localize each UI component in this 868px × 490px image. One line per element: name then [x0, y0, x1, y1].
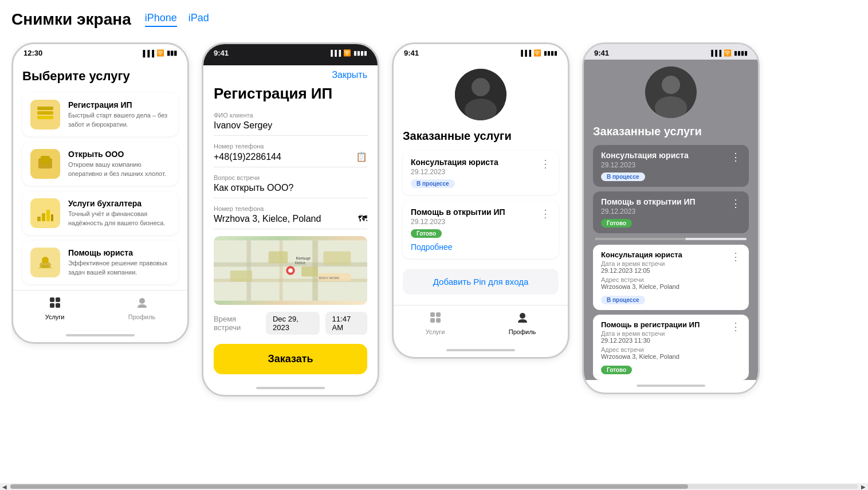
detail-status-badge-4-2: Готово [601, 366, 632, 374]
svg-rect-8 [51, 214, 53, 221]
svg-rect-6 [42, 213, 45, 221]
profile-nav-icon-3 [516, 311, 529, 327]
field-value-4[interactable]: Wrzhova 3, Kielce, Poland 🗺 [214, 214, 367, 229]
battery-icon-4: ▮▮▮▮ [734, 50, 748, 56]
svg-rect-22 [230, 271, 252, 281]
detail-address-label-4-1: Адрес встречи [601, 276, 682, 283]
service-item-3[interactable]: Услуги бухгалтера Точный учёт и финансов… [22, 191, 178, 235]
service-item-1[interactable]: Регистрация ИП Быстрый старт вашего дела… [22, 93, 178, 136]
status-bar-1: 12:30 ▐▐▐ 🛜 ▮▮▮ [13, 44, 187, 60]
svg-text:Kielce: Kielce [295, 261, 305, 265]
more-btn-4-1[interactable]: ⋮ [730, 151, 741, 181]
status-time-1: 12:30 [23, 49, 42, 57]
home-indicator-1 [66, 334, 135, 336]
svg-point-41 [662, 76, 680, 94]
scrollbar-thumb-4 [595, 238, 686, 240]
phone2-content: Закрыть Регистрация ИП ФИО клиента Ivano… [203, 65, 378, 383]
service-item-4[interactable]: Помощь юриста Эффективное решение правов… [22, 241, 178, 284]
more-btn-4-2[interactable]: ⋮ [730, 197, 741, 228]
svg-rect-7 [46, 210, 50, 221]
status-time-3: 9:41 [404, 49, 419, 57]
svg-rect-5 [37, 217, 41, 221]
nav-label-profile-1: Профиль [128, 313, 156, 320]
scroll-left-arrow[interactable]: ◀ [0, 484, 9, 490]
more-btn-3-2[interactable]: ⋮ [540, 207, 551, 220]
order-date-4-2: 29.12.2023 [601, 207, 696, 215]
phone-frame-4: 9:41 ▐▐▐ 🛜 ▮▮▮▮ [582, 42, 760, 394]
home-indicator-4 [637, 385, 705, 387]
field-label-2: Номер телефона [214, 143, 367, 150]
tab-iphone[interactable]: iPhone [145, 12, 177, 27]
phone1-content: Выберите услугу Регистрация ИП Быстрый с… [13, 60, 187, 284]
status-time-4: 9:41 [594, 49, 609, 57]
svg-rect-0 [37, 107, 53, 110]
tab-ipad[interactable]: iPad [188, 12, 209, 27]
nav-profile-1[interactable]: Профиль [128, 296, 156, 320]
order-card-4-1[interactable]: Консультация юриста 29.12.2023 В процесс… [593, 145, 749, 187]
svg-point-39 [520, 313, 525, 319]
meeting-time-label: Время встречи [214, 315, 260, 332]
field-value-2[interactable]: +48(19)2286144 📋 [214, 151, 367, 167]
form-field-4: Номер телефона Wrzhova 3, Kielce, Poland… [214, 205, 367, 229]
meeting-date-badge[interactable]: Dec 29, 2023 [266, 312, 320, 335]
details-link-3[interactable]: Подробнее [411, 238, 551, 252]
nav-services-1[interactable]: Услуги [45, 296, 65, 320]
more-btn-detail-4-1[interactable]: ⋮ [730, 250, 741, 263]
battery-icon-3: ▮▮▮▮ [544, 50, 557, 56]
profile-nav-icon-1 [136, 296, 148, 312]
svg-rect-37 [430, 318, 435, 323]
status-icons-4: ▐▐▐ 🛜 ▮▮▮▮ [709, 49, 748, 57]
service-item-2[interactable]: Открыть ООО Откроем вашу компанию операт… [22, 142, 178, 186]
more-btn-detail-4-2[interactable]: ⋮ [730, 320, 741, 333]
order-card-3-2[interactable]: Помощь в открытии ИП 29.12.2023 Готово ⋮… [403, 201, 559, 258]
svg-rect-35 [430, 312, 435, 317]
service-name-4: Помощь юриста [68, 248, 170, 257]
ordered-services-title-3: Заказанные услуги [394, 130, 568, 143]
page-scrollbar[interactable]: ◀ ▶ [0, 483, 868, 490]
service-name-2: Открыть ООО [68, 150, 170, 159]
service-icon-2 [30, 149, 60, 179]
detail-datetime-label-4-2: Дата и время встречи [601, 330, 700, 337]
svg-rect-20 [280, 240, 283, 300]
form-field-1: ФИО клиента Ivanov Sergey [214, 112, 367, 136]
add-pin-button[interactable]: Добавить Pin для входа [403, 269, 559, 295]
order-button[interactable]: Заказать [214, 344, 367, 374]
bottom-nav-1: Услуги Профиль [13, 290, 187, 331]
signal-icon-3: ▐▐▐ [519, 50, 531, 56]
field-value-1[interactable]: Ivanov Sergey [214, 120, 367, 136]
order-name-4-1: Консультация юриста [601, 151, 689, 160]
signal-icon-2: ▐▐▐ [329, 50, 341, 56]
services-nav-icon-1 [49, 296, 61, 312]
svg-rect-24 [301, 266, 318, 276]
map-icon-4: 🗺 [358, 214, 367, 224]
svg-rect-38 [436, 318, 441, 323]
more-btn-3-1[interactable]: ⋮ [540, 158, 551, 170]
service-icon-1 [30, 100, 60, 130]
phone-frame-1: 12:30 ▐▐▐ 🛜 ▮▮▮ Выберите услугу Регистра… [11, 42, 189, 344]
status-bar-3: 9:41 ▐▐▐ 🛜 ▮▮▮▮ [394, 44, 568, 60]
nav-profile-3[interactable]: Профиль [509, 311, 536, 335]
service-desc-4: Эффективное решение правовых задач вашей… [68, 259, 170, 277]
tab-group: iPhone iPad [145, 12, 209, 27]
svg-point-27 [288, 268, 293, 273]
phone-frame-3: 9:41 ▐▐▐ 🛜 ▮▮▮▮ Заказанные услуги [392, 42, 569, 359]
svg-point-33 [472, 78, 490, 96]
nav-label-services-1: Услуги [45, 313, 65, 320]
status-badge-3-2: Готово [411, 229, 442, 238]
meeting-time-badge[interactable]: 11:47 AM [325, 312, 367, 335]
detail-title-4-2: Помощь в регистрации ИП [601, 320, 700, 329]
svg-rect-13 [50, 303, 54, 308]
field-value-3[interactable]: Как открыть ООО? [214, 183, 367, 198]
close-button[interactable]: Закрыть [214, 70, 367, 80]
svg-rect-14 [56, 303, 60, 308]
home-indicator-2 [256, 387, 325, 389]
scroll-right-arrow[interactable]: ▶ [859, 484, 868, 490]
nav-services-3[interactable]: Услуги [426, 311, 445, 335]
status-badge-4-2: Готово [601, 219, 632, 228]
scrollbar-4 [595, 238, 747, 240]
service-text-1: Регистрация ИП Быстрый старт вашего дела… [68, 100, 170, 129]
wifi-icon-2: 🛜 [343, 49, 351, 57]
order-card-3-1[interactable]: Консультация юриста 29.12.2023 В процесс… [403, 151, 559, 195]
map-svg: Кельце Kielce BODY WORK [214, 236, 367, 305]
order-card-4-2[interactable]: Помощь в открытии ИП 29.12.2023 Готово ⋮ [593, 191, 749, 233]
